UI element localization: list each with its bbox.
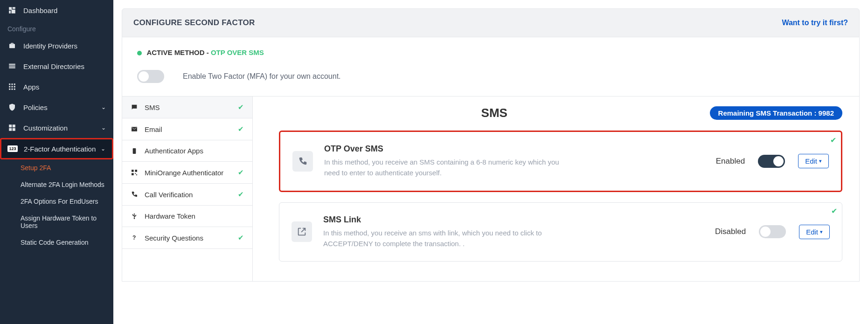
sidebar-sub-static-code[interactable]: Static Code Generation [0,234,113,251]
sidebar-item-label: Dashboard [23,7,57,14]
svg-rect-14 [12,89,13,90]
edit-label: Edit [806,228,818,236]
envelope-icon [131,125,139,133]
svg-rect-18 [9,128,12,131]
question-icon: ? [131,234,139,241]
check-icon: ✔ [830,136,836,145]
tabs-col: SMS ✔ Email ✔ Authenticator Apps [122,97,253,281]
enable-row: Enable Two Factor (MFA) for your own acc… [122,65,859,97]
tab-label: Email [145,125,162,133]
tab-security-q[interactable]: ? Security Questions ✔ [122,227,252,249]
sidebar-item-dashboard[interactable]: Dashboard [0,0,113,21]
sidebar-sub-alt-methods[interactable]: Alternate 2FA Login Methods [0,176,113,193]
card-desc: In this method, you receive an sms with … [323,227,566,249]
sidebar-sub-endusers[interactable]: 2FA Options For EndUsers [0,193,113,210]
sidebar-sub-setup-2fa[interactable]: Setup 2FA [0,159,113,176]
tab-sms[interactable]: SMS ✔ [122,97,252,118]
sidebar-item-policies[interactable]: Policies ⌄ [0,97,113,117]
svg-rect-24 [135,173,136,174]
tab-miniorange[interactable]: MiniOrange Authenticator ✔ [122,162,252,184]
svg-rect-21 [132,170,134,172]
chevron-down-icon: ▾ [820,229,823,235]
card-controls: Disabled Edit ▾ [715,225,830,239]
panel-head: SMS Remaining SMS Transaction : 9982 [279,106,842,120]
sidebar-item-2fa[interactable]: 123 2-Factor Authentication ⌄ [0,138,113,159]
svg-rect-3 [12,10,15,14]
list-icon [7,62,17,71]
check-icon: ✔ [831,207,837,215]
content-body: ACTIVE METHOD - OTP OVER SMS Enable Two … [122,37,860,282]
enable-toggle[interactable] [758,155,785,168]
try-it-link[interactable]: Want to try it first? [782,19,848,27]
external-link-icon [292,221,312,242]
card-otp-over-sms: ✔ OTP Over SMS In this method, you recei… [279,131,842,192]
tab-auth-apps[interactable]: Authenticator Apps [122,140,252,162]
edit-button[interactable]: Edit ▾ [799,225,830,239]
svg-rect-23 [132,173,134,175]
chevron-down-icon: ▾ [819,158,822,164]
dashboard-icon [7,123,17,132]
svg-rect-5 [9,66,15,67]
remaining-sms-badge: Remaining SMS Transaction : 9982 [710,106,842,120]
sidebar-item-ext-dir[interactable]: External Directories [0,56,113,76]
tab-call[interactable]: Call Verification ✔ [122,184,252,206]
card-sms-link: ✔ SMS Link In this method, you receive a… [279,202,842,262]
status-dot-icon [137,51,142,55]
svg-rect-2 [9,11,11,14]
check-icon: ✔ [238,234,244,242]
enable-mfa-toggle[interactable] [137,70,164,83]
status-text: Disabled [715,227,746,236]
svg-rect-0 [9,7,12,10]
sidebar-item-idp[interactable]: Identity Providers [0,35,113,56]
svg-rect-16 [9,124,12,127]
sidebar-item-label: Policies [23,103,48,111]
check-icon: ✔ [238,103,244,111]
sidebar-item-label: Customization [23,124,68,132]
tab-hardware[interactable]: Hardware Token [122,206,252,227]
svg-rect-10 [9,86,10,88]
tab-label: Hardware Token [145,212,195,220]
card-title: SMS Link [323,215,706,225]
enable-toggle[interactable] [759,225,786,238]
panel: SMS Remaining SMS Transaction : 9982 ✔ O… [253,97,859,281]
sidebar-item-label: Identity Providers [23,42,77,50]
edit-label: Edit [805,157,817,165]
svg-rect-13 [9,89,10,90]
phone-receiver-icon [292,151,313,172]
svg-rect-11 [12,86,13,88]
card-controls: Enabled Edit ▾ [716,154,829,168]
card-desc: In this method, you receive an SMS conta… [324,157,567,179]
briefcase-icon [7,41,17,50]
phone-icon [131,147,139,155]
active-method-label: ACTIVE METHOD - [146,48,211,56]
chevron-down-icon: ⌄ [101,124,106,131]
check-icon: ✔ [238,168,244,177]
sidebar-item-label: Apps [23,83,39,91]
svg-rect-25 [136,174,137,175]
panel-title: SMS [481,106,507,120]
sidebar-item-label: External Directories [23,62,84,70]
enable-mfa-text: Enable Two Factor (MFA) for your own acc… [183,72,341,81]
sidebar-group-label: Configure [0,21,113,35]
svg-rect-17 [13,124,15,127]
grid-icon [7,82,17,91]
tab-email[interactable]: Email ✔ [122,118,252,140]
tab-label: MiniOrange Authenticator [145,169,223,177]
sidebar-item-customization[interactable]: Customization ⌄ [0,117,113,138]
tab-label: Authenticator Apps [145,147,203,155]
sidebar-sub-assign-token[interactable]: Assign Hardware Token to Users [0,210,113,234]
sidebar: Dashboard Configure Identity Providers E… [0,0,113,324]
main: CONFIGURE SECOND FACTOR Want to try it f… [113,0,868,324]
badge-123-icon: 123 [8,144,17,153]
badge-count: 9982 [819,109,834,117]
svg-rect-7 [9,83,10,85]
edit-button[interactable]: Edit ▾ [798,154,829,168]
svg-rect-8 [12,83,13,85]
active-method-row: ACTIVE METHOD - OTP OVER SMS [122,37,859,65]
sidebar-item-apps[interactable]: Apps [0,76,113,97]
shield-icon [7,103,17,112]
card-body: SMS Link In this method, you receive an … [323,215,706,249]
qr-icon [131,169,139,176]
sidebar-item-label: 2-Factor Authentication [24,145,96,153]
svg-rect-12 [14,86,15,88]
